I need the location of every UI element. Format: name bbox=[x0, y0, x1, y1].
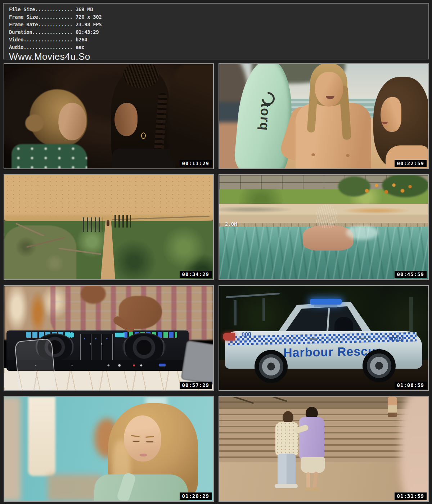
file-size-label: File Size bbox=[9, 6, 35, 12]
timestamp-badge: 01:08:59 bbox=[395, 382, 427, 389]
man-shoes bbox=[275, 484, 298, 488]
video-codec-value: h264 bbox=[73, 37, 87, 42]
frame-size-value: 720 x 302 bbox=[73, 14, 102, 20]
rear-wheel bbox=[255, 350, 288, 383]
screenshot-steps-scene: 01:31:59 bbox=[219, 396, 429, 502]
frame-size-label: Frame Size bbox=[9, 14, 38, 20]
wine-glass bbox=[14, 338, 56, 391]
pergola-post bbox=[262, 298, 265, 321]
duration-row: Duration..............01:43:29 bbox=[9, 28, 428, 36]
video-codec-label: Video bbox=[9, 37, 23, 42]
jog-wheel-right bbox=[122, 333, 166, 362]
audio-codec-value: aac bbox=[73, 44, 85, 50]
video-codec-row: Video.................h264 bbox=[9, 36, 428, 44]
surfboard-logo-text: torq bbox=[255, 103, 273, 161]
man-torso bbox=[296, 103, 371, 168]
front-wheel bbox=[363, 349, 396, 382]
walking-person bbox=[107, 220, 109, 226]
lightbar-mount bbox=[314, 305, 337, 307]
blonde-woman-bun bbox=[25, 114, 44, 132]
screenshot-aerial-beach: 00:34:29 bbox=[4, 174, 214, 280]
man-head bbox=[283, 411, 293, 423]
sage-robe bbox=[94, 474, 188, 501]
green-floral-dress bbox=[12, 144, 87, 169]
timestamp-badge: 00:45:59 bbox=[395, 271, 427, 278]
audio-codec-label: Audio bbox=[9, 44, 23, 50]
foreground-blur bbox=[400, 396, 429, 502]
woman-lavender-blazer bbox=[299, 417, 324, 459]
dot-leader: .............. bbox=[32, 29, 72, 35]
car-unit-code: NBP14 bbox=[388, 336, 404, 342]
timestamp-badge: 01:20:29 bbox=[180, 492, 212, 500]
screenshot-club-scene: 00:11:29 bbox=[4, 63, 214, 169]
man-cream-shirt bbox=[275, 422, 298, 455]
screenshot-pool-scene: 2.0M 00:45:59 bbox=[219, 174, 429, 280]
door-handle bbox=[359, 338, 368, 339]
orange-flowers bbox=[360, 179, 414, 200]
duration-label: Duration bbox=[9, 29, 32, 35]
chest-detail bbox=[346, 154, 350, 157]
timestamp-badge: 00:22:59 bbox=[395, 160, 427, 167]
frame-rate-row: Frame Rate............23.98 FPS bbox=[9, 21, 428, 28]
foreground-blur bbox=[4, 397, 21, 501]
woman-leg bbox=[306, 472, 310, 490]
dot-leader: ................. bbox=[23, 44, 73, 50]
leather-jacket bbox=[112, 149, 175, 169]
dot-leader: ............ bbox=[38, 22, 72, 27]
gold-earring bbox=[141, 132, 146, 139]
duration-value: 01:43:29 bbox=[73, 29, 99, 35]
timestamp-badge: 00:11:29 bbox=[180, 160, 212, 167]
swimmer-shoulders bbox=[303, 225, 353, 251]
file-size-row: File Size.............369 MB bbox=[9, 6, 428, 13]
timestamp-badge: 00:57:29 bbox=[180, 382, 212, 389]
distant-person bbox=[388, 397, 397, 417]
chest-detail bbox=[311, 153, 315, 156]
tail-light bbox=[223, 333, 235, 341]
dot-leader: ............ bbox=[38, 14, 72, 20]
bright-window bbox=[28, 397, 55, 476]
dot-leader: ............. bbox=[35, 6, 72, 12]
swimmer-head bbox=[316, 204, 337, 228]
laptop-edge bbox=[181, 340, 214, 385]
braided-woman-face bbox=[114, 103, 138, 136]
pergola-post bbox=[409, 297, 413, 333]
depth-marker-text: 2.0M bbox=[225, 221, 237, 227]
screenshot-robe-scene: 01:20:29 bbox=[4, 396, 214, 502]
door-handle bbox=[309, 338, 318, 340]
man-face bbox=[315, 72, 343, 107]
closed-eye bbox=[132, 441, 140, 442]
media-info-panel: File Size.............369 MB Frame Size.… bbox=[3, 3, 429, 59]
frame-size-row: Frame Size............720 x 302 bbox=[9, 13, 428, 21]
deck-display bbox=[115, 333, 125, 337]
woman-cream-skirt bbox=[301, 457, 325, 473]
aerial-sand bbox=[4, 175, 213, 220]
screenshot-beach-scene: torq 00:22:59 bbox=[219, 63, 429, 169]
frame-rate-label: Frame Rate bbox=[9, 22, 38, 27]
pergola-post bbox=[234, 300, 237, 325]
site-watermark: Www.Movies4u.So bbox=[9, 51, 428, 62]
usb-port bbox=[159, 364, 166, 366]
timestamp-badge: 00:34:29 bbox=[180, 271, 212, 278]
closed-eye bbox=[146, 441, 153, 442]
lips bbox=[140, 454, 147, 456]
frame-rate-value: 23.98 FPS bbox=[73, 22, 102, 27]
woman-heels bbox=[305, 487, 319, 491]
path-gate bbox=[114, 215, 131, 228]
blurred-shelf bbox=[48, 474, 102, 501]
dot-leader: ................. bbox=[23, 37, 73, 42]
screenshot-rescue-car: Harbour Rescue NBP14 000 01:08:59 bbox=[219, 285, 429, 391]
file-size-value: 369 MB bbox=[73, 6, 93, 12]
timestamp-badge: 01:31:59 bbox=[395, 492, 427, 500]
blue-light-bar bbox=[310, 299, 342, 305]
woman-face bbox=[381, 97, 401, 132]
water-splash bbox=[346, 225, 378, 240]
path-gate bbox=[83, 217, 103, 232]
audio-codec-row: Audio.................aac bbox=[9, 44, 428, 51]
screenshot-grid: 00:11:29 torq 00:22:59 bbox=[4, 63, 429, 502]
foreground-silhouette bbox=[168, 64, 214, 168]
screenshot-dj-scene: 00:57:29 bbox=[4, 285, 214, 391]
car-rear-number: 000 bbox=[242, 331, 251, 338]
mixer-section bbox=[80, 334, 114, 360]
man-jeans bbox=[278, 454, 296, 486]
media-info-page: File Size.............369 MB Frame Size.… bbox=[0, 0, 432, 504]
